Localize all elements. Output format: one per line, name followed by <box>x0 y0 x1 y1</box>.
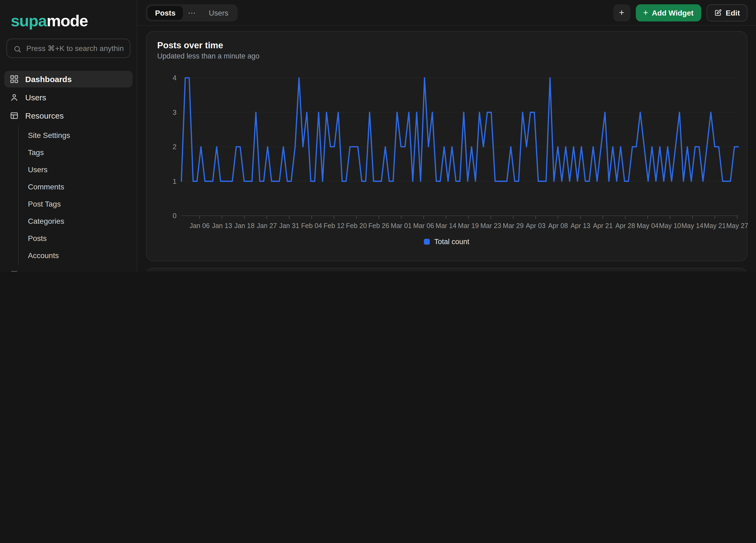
posts-over-time-card: Posts over time Updated less than a minu… <box>146 31 747 261</box>
legend-label: Total count <box>434 238 469 246</box>
sidebar-subitem[interactable]: Site Settings <box>19 127 133 144</box>
sidebar-subitem[interactable]: Comments <box>19 178 133 195</box>
add-widget-button[interactable]: + Add Widget <box>636 4 701 21</box>
sidebar-subitem-label: Site Settings <box>28 131 70 140</box>
svg-text:Jan 06: Jan 06 <box>189 222 210 229</box>
svg-text:1: 1 <box>173 177 177 185</box>
legend-swatch <box>424 239 430 245</box>
resources-subtree: Site Settings Tags Users Comments Post T… <box>18 126 133 265</box>
dashboard-tabs: Posts ⋯ Users <box>146 4 237 21</box>
plus-icon: + <box>643 8 648 17</box>
sidebar-item-users[interactable]: Users <box>4 89 133 106</box>
dashboard-content: Posts over time Updated less than a minu… <box>137 26 756 271</box>
sidebar-nav: Dashboards Users Resources Site Settings… <box>0 71 137 271</box>
svg-text:Mar 29: Mar 29 <box>503 222 524 229</box>
sidebar-subitem[interactable]: Posts <box>19 230 133 247</box>
tab-posts[interactable]: Posts <box>148 6 183 20</box>
svg-text:Feb 04: Feb 04 <box>301 222 322 229</box>
svg-text:Mar 06: Mar 06 <box>413 222 434 229</box>
svg-text:Mar 14: Mar 14 <box>436 222 457 229</box>
svg-text:Jan 13: Jan 13 <box>212 222 232 229</box>
topbar-actions: + + Add Widget Edit <box>613 4 747 21</box>
svg-text:Mar 23: Mar 23 <box>480 222 501 229</box>
app-screen: supamode Dashboards Users <box>0 0 756 271</box>
svg-text:Apr 13: Apr 13 <box>571 222 590 229</box>
table-icon <box>10 111 19 120</box>
sidebar: supamode Dashboards Users <box>0 0 137 271</box>
sidebar-subitem-label: Users <box>28 165 47 174</box>
topbar: Posts ⋯ Users + + Add Widget Edit <box>137 0 756 26</box>
pencil-square-icon <box>714 9 721 16</box>
svg-text:2: 2 <box>173 143 177 151</box>
posts-table-card: Posts Table Updated less than a minute a… <box>146 268 747 271</box>
sidebar-item-resources[interactable]: Resources <box>4 107 133 124</box>
sidebar-item-dashboards[interactable]: Dashboards <box>4 71 133 87</box>
add-tab-button[interactable]: + <box>613 4 630 21</box>
svg-text:Apr 21: Apr 21 <box>593 222 613 229</box>
svg-text:Feb 26: Feb 26 <box>368 222 389 229</box>
svg-text:May 04: May 04 <box>637 222 659 229</box>
svg-text:May 14: May 14 <box>681 222 703 229</box>
sidebar-subitem[interactable]: Users <box>19 161 133 178</box>
global-search-input[interactable] <box>26 44 123 53</box>
svg-text:Jan 27: Jan 27 <box>257 222 277 229</box>
sidebar-subitem[interactable]: Categories <box>19 212 133 230</box>
tab-users[interactable]: Users <box>201 6 236 20</box>
posts-over-time-chart: Jan 06Jan 13Jan 18Jan 27Jan 31Feb 04Feb … <box>146 32 752 262</box>
svg-text:May 27: May 27 <box>726 222 748 229</box>
svg-text:Apr 08: Apr 08 <box>548 222 568 229</box>
sidebar-subitem-label: Posts <box>28 234 47 243</box>
user-icon <box>10 93 19 102</box>
svg-text:May 10: May 10 <box>659 222 681 229</box>
svg-text:Jan 31: Jan 31 <box>279 222 299 229</box>
global-search[interactable] <box>6 39 130 58</box>
svg-text:0: 0 <box>173 212 177 220</box>
svg-text:4: 4 <box>173 74 177 82</box>
sidebar-subitem-label: Tags <box>28 148 44 157</box>
sidebar-subitem[interactable]: Tags <box>19 144 133 161</box>
svg-text:Mar 01: Mar 01 <box>391 222 412 229</box>
sidebar-subitem-label: Post Tags <box>28 200 61 208</box>
brand-logo: supamode <box>0 0 137 30</box>
svg-text:May 21: May 21 <box>704 222 726 229</box>
sidebar-subitem-label: Accounts <box>28 251 59 260</box>
svg-text:Feb 12: Feb 12 <box>324 222 344 229</box>
image-icon <box>10 270 19 271</box>
svg-text:Feb 20: Feb 20 <box>346 222 367 229</box>
main-area: Posts ⋯ Users + + Add Widget Edit <box>137 0 756 271</box>
search-icon <box>13 44 21 52</box>
svg-text:Apr 03: Apr 03 <box>526 222 546 229</box>
sidebar-subitem-label: Categories <box>28 217 64 225</box>
sidebar-subitem[interactable]: Accounts <box>19 247 133 264</box>
edit-button[interactable]: Edit <box>706 4 747 21</box>
sidebar-subitem-label: Comments <box>28 182 64 191</box>
sidebar-subitem[interactable]: Post Tags <box>19 195 133 212</box>
svg-text:Apr 28: Apr 28 <box>615 222 635 229</box>
sidebar-item-assets[interactable]: Assets <box>4 266 133 271</box>
svg-text:Jan 18: Jan 18 <box>234 222 254 229</box>
chart-legend: Total count <box>146 238 747 246</box>
tabs-more-button[interactable]: ⋯ <box>184 8 200 17</box>
svg-text:Mar 19: Mar 19 <box>458 222 479 229</box>
svg-text:3: 3 <box>173 108 177 116</box>
layout-grid-icon <box>10 75 19 84</box>
